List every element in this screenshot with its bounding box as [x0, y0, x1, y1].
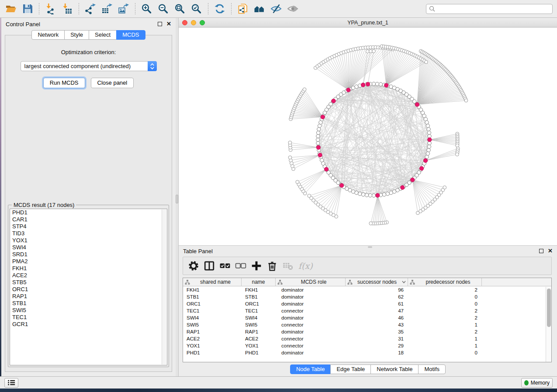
table-row[interactable]: PHD1PHD1dominator180: [183, 349, 551, 356]
splitter-grip[interactable]: [176, 195, 178, 203]
column-header-shared-name[interactable]: shared name: [183, 278, 242, 286]
cell-successor-nodes: 35: [346, 328, 408, 335]
mcds-result-item[interactable]: STP4: [10, 223, 167, 230]
close-table-panel-icon[interactable]: ✕: [548, 249, 553, 253]
tab-node-table[interactable]: Node Table: [290, 364, 331, 374]
mcds-result-item[interactable]: STB5: [10, 279, 167, 286]
show-columns-button[interactable]: [201, 258, 217, 273]
task-history-button[interactable]: [4, 378, 18, 388]
zoom-in-button[interactable]: [138, 2, 155, 16]
network-view-window: YPA_prune.txt_1: [178, 18, 557, 245]
float-panel-icon[interactable]: [158, 22, 162, 26]
new-network-from-selection-button[interactable]: [235, 2, 251, 16]
mcds-result-item[interactable]: SWI5: [10, 307, 167, 314]
mcds-result-item[interactable]: YOX1: [10, 237, 167, 244]
table-row[interactable]: ACE2ACE2connector311: [183, 335, 551, 342]
mcds-result-item[interactable]: CAR1: [10, 216, 167, 223]
column-header-predecessor-nodes[interactable]: predecessor nodes: [408, 278, 482, 286]
criterion-dropdown[interactable]: largest connected component (undirected): [21, 61, 157, 71]
tab-network-table[interactable]: Network Table: [370, 364, 419, 374]
column-label: shared name: [191, 279, 239, 285]
mcds-result-item[interactable]: PMA2: [10, 258, 167, 265]
column-header-successor-nodes[interactable]: successor nodes: [346, 278, 408, 286]
deselect-all-button[interactable]: [233, 258, 249, 273]
apply-preferred-layout-button[interactable]: [211, 2, 228, 16]
cell-name: SWI4: [242, 314, 276, 321]
cell-predecessor-nodes: 2: [408, 314, 482, 321]
table-row[interactable]: ORC1ORC1dominator610: [183, 300, 551, 307]
result-list-scrollbar[interactable]: [162, 210, 166, 364]
open-file-icon: [5, 3, 17, 14]
import-table-button[interactable]: [59, 2, 76, 16]
zoom-in-icon: [141, 3, 152, 14]
export-network-button[interactable]: [82, 2, 99, 16]
mcds-result-item[interactable]: PHD1: [10, 209, 167, 216]
tab-network[interactable]: Network: [31, 30, 65, 40]
function-builder-button[interactable]: f(x): [298, 261, 313, 271]
mcds-result-item[interactable]: SWI4: [10, 244, 167, 251]
delete-columns-button[interactable]: [264, 258, 280, 273]
memory-button[interactable]: Memory: [521, 378, 553, 388]
table-scrollbar[interactable]: [546, 287, 551, 362]
column-header-name[interactable]: name: [242, 278, 276, 286]
table-mode-gear-icon: [188, 260, 199, 272]
table-row[interactable]: FKH1FKH1dominator962: [183, 286, 551, 293]
zoom-fit-icon: [174, 3, 186, 14]
network-graph[interactable]: [179, 28, 557, 245]
table-scrollbar-thumb[interactable]: [547, 289, 551, 327]
mcds-result-item[interactable]: ORC1: [10, 286, 167, 293]
tab-style[interactable]: Style: [64, 30, 89, 40]
table-mode-gear-button[interactable]: [186, 258, 201, 273]
table-row[interactable]: SWI4SWI4dominator462: [183, 314, 551, 321]
column-network-icon: [410, 280, 415, 285]
search-box[interactable]: [426, 4, 553, 14]
select-all-button[interactable]: [217, 258, 233, 273]
mcds-result-item[interactable]: SRD1: [10, 251, 167, 258]
float-table-panel-icon[interactable]: [539, 249, 543, 253]
table-row[interactable]: STB1STB1dominator620: [183, 293, 551, 300]
zoom-selected-button[interactable]: [188, 2, 205, 16]
tab-motifs[interactable]: Motifs: [418, 364, 446, 374]
column-header-MCDS-role[interactable]: MCDS role: [276, 278, 346, 286]
tab-edge-table[interactable]: Edge Table: [330, 364, 371, 374]
mcds-result-item[interactable]: STB1: [10, 300, 167, 307]
mcds-result-item[interactable]: TEC1: [10, 314, 167, 321]
save-session-button[interactable]: [19, 2, 36, 16]
mcds-result-list[interactable]: PHD1CAR1STP4TID3YOX1SWI4SRD1PMA2FKH1ACE2…: [10, 209, 167, 365]
tab-mcds[interactable]: MCDS: [116, 30, 145, 40]
create-column-button[interactable]: [249, 258, 264, 273]
show-all-button[interactable]: [284, 2, 301, 16]
delete-table-button[interactable]: [280, 258, 296, 273]
cell-shared-name: ACE2: [183, 335, 242, 342]
import-network-button[interactable]: [42, 2, 59, 16]
mcds-result-item[interactable]: GCR1: [10, 321, 167, 328]
close-panel-button[interactable]: Close panel: [91, 78, 134, 88]
mcds-result-item[interactable]: RAP1: [10, 293, 167, 300]
search-input[interactable]: [437, 5, 550, 13]
network-canvas[interactable]: [179, 28, 557, 245]
zoom-fit-button[interactable]: [172, 2, 188, 16]
mcds-result-item[interactable]: FKH1: [10, 265, 167, 272]
table-row[interactable]: YOX1YOX1connector291: [183, 342, 551, 349]
import-network-icon: [45, 3, 56, 14]
tab-select[interactable]: Select: [89, 30, 117, 40]
mcds-result-item[interactable]: TID3: [10, 230, 167, 237]
open-file-button[interactable]: [3, 2, 19, 16]
run-mcds-button[interactable]: Run MCDS: [43, 78, 85, 88]
first-neighbors-button[interactable]: [251, 2, 268, 16]
table-row[interactable]: RAP1RAP1dominator352: [183, 328, 551, 335]
table-row[interactable]: TEC1TEC1connector472: [183, 307, 551, 314]
status-bar: Memory: [0, 376, 557, 389]
horizontal-splitter-grip[interactable]: [368, 246, 372, 248]
hide-selected-button[interactable]: [268, 2, 284, 16]
close-panel-icon[interactable]: ✕: [166, 22, 171, 26]
cell-name: FKH1: [242, 286, 276, 293]
table-row[interactable]: SWI5SWI5connector431: [183, 321, 551, 328]
export-table-button[interactable]: [99, 2, 115, 16]
hide-selected-icon: [270, 3, 282, 14]
new-network-from-selection-icon: [237, 3, 249, 14]
zoom-out-button[interactable]: [155, 2, 172, 16]
mcds-result-item[interactable]: ACE2: [10, 272, 167, 279]
export-image-button[interactable]: [115, 2, 132, 16]
delete-columns-icon: [266, 260, 278, 272]
